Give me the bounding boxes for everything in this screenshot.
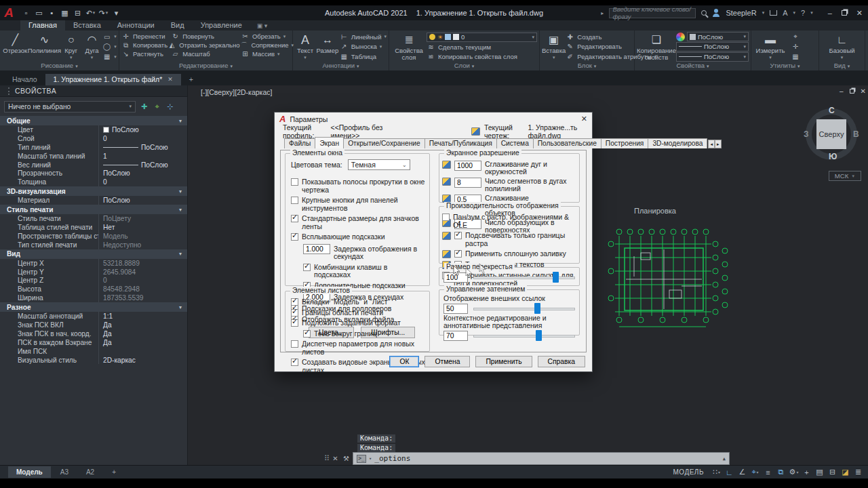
xref-fade-slider[interactable] xyxy=(473,302,575,314)
doc-close-button[interactable]: ✕ xyxy=(861,87,866,95)
doc-minimize-button[interactable]: – xyxy=(840,87,844,95)
dialog-tab-7[interactable]: Построения xyxy=(601,138,649,148)
tab-scroll-left-icon[interactable]: ◂ xyxy=(708,140,715,148)
layout-checkbox-3[interactable] xyxy=(291,319,298,327)
palette-section-header[interactable]: Разное▾ xyxy=(0,302,187,312)
checkbox-large-buttons[interactable] xyxy=(291,197,298,204)
lineweight-icon[interactable]: ≡ xyxy=(762,467,774,478)
ribbon-tab-5[interactable]: Управление xyxy=(193,20,250,30)
layout-checkbox-1[interactable] xyxy=(291,298,298,306)
tool-stretch[interactable]: ↘Растянуть xyxy=(121,49,171,58)
model-space-button[interactable]: МОДЕЛЬ xyxy=(668,468,709,476)
qat-menu-icon[interactable]: ▾ xyxy=(111,7,122,19)
command-expand-icon[interactable]: ▲ xyxy=(723,456,726,462)
property-row[interactable]: Масштаб типа линий1 xyxy=(0,152,187,161)
tool-leader[interactable]: ↗Выноска▾ xyxy=(340,42,387,51)
search-flyout-icon[interactable]: ▸ xyxy=(601,10,604,16)
property-value[interactable]: 187353.5539 xyxy=(98,293,187,302)
property-row[interactable]: ПСК в каждом ВэкранеДа xyxy=(0,338,187,347)
ribbon-tab-2[interactable]: Вставка xyxy=(65,20,109,30)
collapse-chevron-icon[interactable]: ▾ xyxy=(179,251,182,257)
checkbox-tooltips[interactable] xyxy=(291,233,298,241)
layout-tab-2[interactable]: A3 xyxy=(52,466,77,478)
minimize-button[interactable]: – xyxy=(828,9,832,17)
property-value[interactable]: 0 xyxy=(98,134,187,143)
palette-section-header[interactable]: Стиль печати▾ xyxy=(0,205,187,214)
ortho-mode-icon[interactable]: ∟ xyxy=(724,467,735,478)
panel-label-properties[interactable]: Свойства▾ xyxy=(635,62,751,70)
command-input[interactable]: >_ ▾ _options ▲ xyxy=(353,452,730,465)
property-row[interactable]: Стиль печатиПоЦвету xyxy=(0,214,187,223)
command-customize-icon[interactable]: ⚒ xyxy=(342,455,351,462)
palette-header[interactable]: СВОЙСТВА xyxy=(0,85,187,97)
tool-insert-block[interactable]: ▣ Вставка▾ xyxy=(542,32,566,62)
signed-in-user[interactable]: SteepleR xyxy=(726,9,756,17)
performance-checkbox-2[interactable] xyxy=(454,232,462,239)
tab-scroll-right-icon[interactable]: ▸ xyxy=(715,140,722,148)
property-row[interactable]: ЦветПоСлою xyxy=(0,125,187,134)
property-row[interactable]: Пространство таблицы стилей печа...Модел… xyxy=(0,232,187,241)
dialog-button-ок[interactable]: ОК xyxy=(389,356,419,367)
checkbox-scrollbars[interactable] xyxy=(291,178,298,186)
doc-restore-button[interactable] xyxy=(850,89,854,94)
tool-dimension[interactable]: ↔ Размер xyxy=(315,32,340,62)
property-value[interactable]: Модель xyxy=(98,232,187,241)
file-tab-2[interactable]: 1. Упражнение 1. Открыть файл*✕ xyxy=(45,74,181,85)
property-value[interactable]: 1:1 xyxy=(98,312,187,321)
layer-select-combo[interactable]: ☀ 0 ▾ xyxy=(427,33,537,42)
tool-linear[interactable]: ⊢Линейный▾ xyxy=(340,33,387,41)
plot-status-icon[interactable]: ⊟ xyxy=(827,467,838,478)
collapse-chevron-icon[interactable]: ▾ xyxy=(179,118,182,124)
dialog-tab-2[interactable]: Экран xyxy=(315,137,344,148)
property-value[interactable]: ПоСлою xyxy=(98,169,187,178)
panel-label-layers[interactable]: Слои▾ xyxy=(389,62,539,70)
autocad-logo-icon[interactable]: A xyxy=(0,5,18,20)
property-row[interactable]: Ширина187353.5539 xyxy=(0,293,187,302)
panel-label-draw[interactable]: Рисование▾ xyxy=(0,62,119,70)
property-value[interactable]: 1 xyxy=(98,152,187,161)
panel-label-annotate[interactable]: Аннотации▾ xyxy=(293,62,389,70)
quick-calc-tool-icon[interactable]: ▦ xyxy=(791,52,800,61)
property-value[interactable]: Нет xyxy=(98,223,187,232)
open-icon[interactable]: ▭ xyxy=(33,7,45,19)
property-row[interactable]: Тип линийПоСлою xyxy=(0,143,187,152)
property-row[interactable]: Слой0 xyxy=(0,134,187,143)
dialog-tab-1[interactable]: Файлы xyxy=(284,138,315,148)
id-point-tool-icon[interactable]: ✛ xyxy=(791,42,800,51)
close-button[interactable]: ✕ xyxy=(856,9,863,18)
property-value[interactable] xyxy=(98,347,187,356)
recent-commands-chevron-icon[interactable]: ▾ xyxy=(369,456,372,462)
layout-tab-3[interactable]: A2 xyxy=(78,466,102,478)
dialog-close-button[interactable]: ✕ xyxy=(581,115,587,123)
viewcube-north[interactable]: С xyxy=(829,106,835,115)
app-store-cart-icon[interactable] xyxy=(770,10,777,16)
layout-tab-1[interactable]: Модель xyxy=(8,466,51,478)
help-chevron-icon[interactable]: ▾ xyxy=(810,10,813,16)
tool-circle[interactable]: ○ Круг▾ xyxy=(60,32,81,62)
collapse-chevron-icon[interactable]: ▾ xyxy=(179,188,182,195)
property-row[interactable]: Знак ПСК в нач. коорд.Да xyxy=(0,329,187,338)
linetype-combo[interactable]: ПоСлою▾ xyxy=(676,52,749,62)
property-row[interactable]: Центр Z0 xyxy=(0,276,187,285)
property-value[interactable]: Да xyxy=(98,338,187,347)
property-row[interactable]: Центр X53218.8889 xyxy=(0,259,187,268)
ribbon-tab-4[interactable]: Вид xyxy=(163,20,193,30)
property-value[interactable]: 2D-каркас xyxy=(98,356,187,365)
ucs-badge[interactable]: МСК▼ xyxy=(829,171,861,181)
tool-base-view[interactable]: ∟ Базовый▾ xyxy=(825,32,860,62)
palette-section-header[interactable]: 3D-визуализация▾ xyxy=(0,186,187,196)
layout-tab-4[interactable]: + xyxy=(104,466,124,478)
search-icon[interactable] xyxy=(701,10,707,16)
property-value[interactable]: ПоЦвету xyxy=(98,214,187,223)
annotation-monitor-icon[interactable]: ▤ xyxy=(814,467,825,478)
color-theme-combo[interactable]: Темная⌄ xyxy=(348,159,410,170)
dialog-tab-8[interactable]: 3D-моделирова xyxy=(648,138,707,148)
dialog-button-применить[interactable]: Применить xyxy=(475,356,532,367)
undo-icon[interactable]: ↶▾ xyxy=(85,7,96,19)
tool-rotate[interactable]: ↻Повернуть xyxy=(171,32,241,41)
inplace-edit-fade-input[interactable] xyxy=(443,331,468,341)
property-row[interactable]: Знак ПСК ВКЛДа xyxy=(0,321,187,329)
tool-polyline[interactable]: ∿ Полилиния xyxy=(28,32,60,62)
property-row[interactable]: Толщина0 xyxy=(0,178,187,186)
property-value[interactable]: Недоступно xyxy=(98,241,187,249)
